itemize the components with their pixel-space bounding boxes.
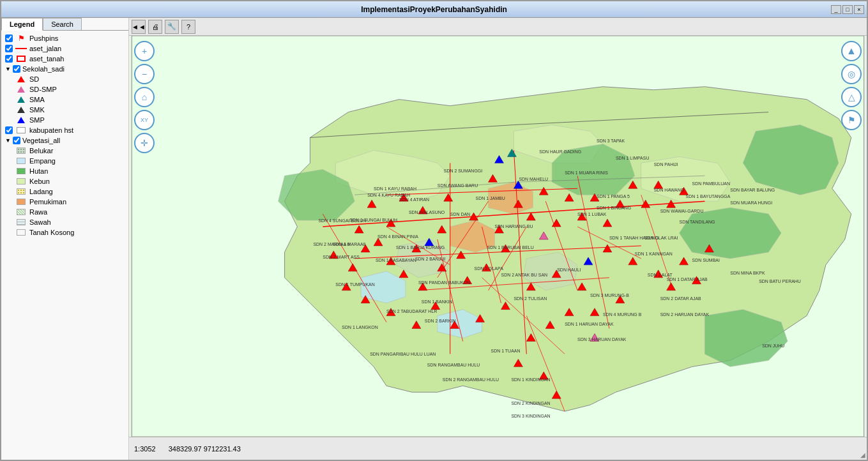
svg-text:SDN DAN: SDN DAN — [450, 212, 470, 216]
kabupaten-checkbox[interactable] — [5, 126, 13, 134]
kabupaten-label: kabupaten hst — [29, 126, 125, 134]
svg-text:SDN 2 MART ASS: SDN 2 MART ASS — [323, 255, 360, 259]
color-symbol — [17, 158, 26, 164]
kabupaten-icon — [15, 126, 27, 135]
svg-text:SDN 3 MURUNG-B: SDN 3 MURUNG-B — [590, 293, 629, 298]
line-symbol — [15, 48, 27, 49]
list-item: SD-SMP — [13, 84, 127, 94]
pan-button[interactable]: ✛ — [134, 133, 155, 153]
measure-button[interactable]: △ — [841, 87, 862, 107]
list-item: Pemukiman — [13, 197, 127, 207]
pemukiman-label: Pemukiman — [29, 198, 125, 206]
svg-text:SDN AWANG BARU: SDN AWANG BARU — [438, 183, 478, 188]
svg-text:SDN MINA BKPK: SDN MINA BKPK — [730, 271, 765, 275]
svg-text:SDN HARIANG BU: SDN HARIANG BU — [495, 224, 533, 229]
ladang-icon — [15, 187, 27, 196]
smk-icon — [15, 105, 27, 114]
svg-marker-6 — [680, 208, 781, 259]
vegetasi-section-header: ▼ Vegetasi_all — [3, 135, 127, 146]
maximize-button[interactable]: □ — [842, 5, 853, 14]
svg-text:SDN 2 HARUAN DAYAK: SDN 2 HARUAN DAYAK — [660, 312, 710, 317]
resize-handle[interactable]: ◢ — [860, 451, 865, 458]
list-item: Rawa — [13, 207, 127, 217]
list-item: SMP — [13, 115, 127, 125]
list-item: SMA — [13, 94, 127, 105]
vegetasi-toggle[interactable]: ▼ — [5, 137, 11, 144]
svg-text:SDN 1 BAYUTANGGA: SDN 1 BAYUTANGGA — [686, 194, 731, 199]
svg-text:SDN 2 SUMANGGI: SDN 2 SUMANGGI — [444, 169, 482, 173]
svg-text:SDN BATU PERAHU: SDN BATU PERAHU — [759, 279, 801, 283]
tab-legend[interactable]: Legend — [1, 18, 43, 31]
svg-text:SDN 2 RANGAMBAU HULU: SDN 2 RANGAMBAU HULU — [443, 377, 499, 382]
list-item: Hutan — [13, 166, 127, 176]
print-button[interactable]: 🖨 — [148, 20, 162, 34]
svg-text:SDN 4 KAYU RABAH: SDN 4 KAYU RABAH — [367, 193, 410, 197]
map-area[interactable]: SDN 3 TAPAK SDN HAUR GADING SDN 1 LIMPAS… — [129, 36, 867, 437]
list-item: Tanah Kosong — [13, 227, 127, 238]
tab-search[interactable]: Search — [43, 18, 82, 30]
list-item: Sawah — [13, 217, 127, 227]
flag-icon: ⚑ — [18, 34, 25, 43]
close-button[interactable]: × — [854, 5, 864, 14]
list-item: ⚑ Pushpins — [3, 33, 127, 43]
aset-jalan-checkbox[interactable] — [5, 45, 13, 52]
map-container[interactable]: ◄◄ 🖨 🔧 ? — [129, 18, 867, 460]
vegetasi-checkbox[interactable] — [13, 137, 20, 144]
sawah-icon — [15, 218, 27, 227]
vegetasi-sub-items: Belukar Empang Hutan — [3, 146, 127, 238]
empang-label: Empang — [29, 157, 125, 165]
left-panel: Legend Search ⚑ Pushpins — [1, 18, 129, 460]
hutan-icon — [15, 167, 27, 176]
empang-icon — [15, 156, 27, 165]
zoom-in-button[interactable]: + — [134, 41, 155, 61]
prev-button[interactable]: ◄◄ — [132, 20, 146, 34]
color-symbol — [17, 178, 26, 185]
aset-tanah-label: aset_tanah — [29, 55, 125, 63]
pushpins-checkbox[interactable] — [5, 34, 13, 42]
svg-text:SDN 1 MARAA8: SDN 1 MARAA8 — [333, 242, 365, 246]
aset-jalan-icon — [15, 44, 27, 53]
minimize-button[interactable]: _ — [831, 5, 841, 14]
pemukiman-icon — [15, 197, 27, 206]
north-arrow-button[interactable]: ▲ — [841, 41, 862, 61]
map-svg: SDN 3 TAPAK SDN HAUR GADING SDN 1 LIMPAS… — [129, 36, 867, 437]
list-item: Empang — [13, 156, 127, 166]
window-title: ImplementasiProyekPerubahanSyahidin — [361, 5, 507, 14]
svg-text:SDN 1 JAMBU: SDN 1 JAMBU — [476, 196, 505, 200]
triangle-symbol — [17, 96, 25, 103]
svg-text:SDN 2 KINDINGAN: SDN 2 KINDINGAN — [511, 401, 550, 405]
list-item: SMK — [13, 105, 127, 115]
svg-text:SDN 1 ALAT: SDN 1 ALAT — [648, 273, 673, 277]
aset-tanah-checkbox[interactable] — [5, 55, 13, 63]
belukar-label: Belukar — [29, 147, 125, 155]
settings-button[interactable]: 🔧 — [165, 20, 179, 34]
zoom-out-button[interactable]: − — [134, 64, 155, 84]
svg-text:SDN HAULI: SDN HAULI — [557, 268, 581, 272]
sekolah-toggle[interactable]: ▼ — [5, 66, 11, 72]
flag-button[interactable]: ⚑ — [841, 110, 862, 130]
gps-button[interactable]: ◎ — [841, 64, 862, 84]
svg-text:SDN PAMBULUAN: SDN PAMBULUAN — [692, 181, 731, 186]
tanah-kosong-label: Tanah Kosong — [29, 229, 125, 236]
belukar-icon — [15, 146, 27, 155]
sekolah-sub-items: SD SD-SMP SMA — [3, 74, 127, 125]
sekolah-checkbox[interactable] — [13, 65, 20, 73]
rect-symbol — [17, 127, 26, 133]
pushpin-icon: ⚑ — [15, 34, 27, 43]
list-item: aset_jalan — [3, 43, 127, 54]
svg-text:SDN 1 KASABAYAN: SDN 1 KASABAYAN — [376, 258, 416, 262]
pattern-symbol — [17, 168, 26, 174]
svg-text:SDN 1 KAINNGAN: SDN 1 KAINNGAN — [635, 252, 673, 256]
pattern-symbol — [17, 147, 26, 154]
svg-text:SDN 4 MURUNG B: SDN 4 MURUNG B — [603, 312, 642, 317]
sma-label: SMA — [29, 96, 125, 103]
home-button[interactable]: ⌂ — [134, 87, 155, 107]
svg-text:SDN BAYAR BALUNG: SDN BAYAR BALUNG — [730, 188, 775, 192]
svg-text:SDN 2 ANTAK BU SAN: SDN 2 ANTAK BU SAN — [501, 273, 547, 277]
triangle-symbol — [17, 86, 25, 93]
xy-button[interactable]: XY — [134, 110, 155, 130]
svg-text:SDN HAUR GADING: SDN HAUR GADING — [539, 149, 581, 154]
list-item: aset_tanah — [3, 54, 127, 64]
help-button[interactable]: ? — [181, 20, 195, 34]
pattern-symbol — [17, 188, 26, 195]
